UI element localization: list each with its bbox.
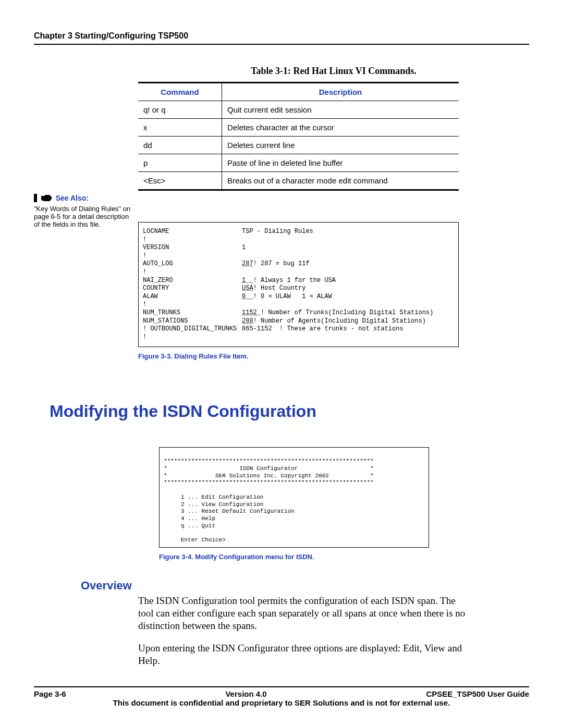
cell-description: Breaks out of a character mode edit comm… xyxy=(222,172,459,190)
code-key: LOCNAME xyxy=(143,228,242,236)
code-val-rest: ! 287 = bug 11f xyxy=(253,260,310,268)
cell-description: Quit current edit session xyxy=(222,101,459,119)
footer-page-number: Page 3-6 xyxy=(34,689,66,698)
overview-paragraph: Upon entering the ISDN Configurator thre… xyxy=(138,642,472,667)
see-also-label: See Also: xyxy=(56,194,89,202)
svg-rect-0 xyxy=(34,194,37,202)
cell-command: p xyxy=(138,154,222,172)
code-key: AUTO_LOG xyxy=(143,260,242,268)
code-key: ! xyxy=(143,334,242,342)
table-row: x Deletes character at the cursor xyxy=(138,119,459,137)
code-val-underlined: 0 xyxy=(242,293,253,301)
footer-guide-title: CPSEE_TSP500 User Guide xyxy=(426,689,529,698)
isdn-menu-item: 4 ... Help xyxy=(164,515,215,522)
cell-command: dd xyxy=(138,137,222,154)
cell-description: Deletes current line xyxy=(222,137,459,154)
code-key: ! OUTBOUND_DIGITAL_TRUNKS xyxy=(143,325,242,334)
code-key: ! xyxy=(143,252,242,261)
table-row: p Paste of line in deleted line buffer xyxy=(138,154,459,172)
chapter-header: Chapter 3 Starting/Configuring TSP500 xyxy=(34,31,529,41)
table-header-description: Description xyxy=(222,83,459,101)
cell-description: Paste of line in deleted line buffer xyxy=(222,154,459,172)
vi-commands-table: Command Description q! or q Quit current… xyxy=(138,82,459,191)
overview-paragraph: The ISDN Configuration tool permits the … xyxy=(138,595,472,632)
footer-version: Version 4.0 xyxy=(225,689,266,698)
isdn-stars: ****************************************… xyxy=(164,479,374,486)
see-also-text: "Key Words of Dialing Rules" on page 6-5… xyxy=(34,205,136,229)
page-footer: Page 3-6 Version 4.0 CPSEE_TSP500 User G… xyxy=(34,686,529,707)
header-rule xyxy=(34,44,529,45)
figure-caption-3-3: Figure 3-3. Dialing Rules File Item. xyxy=(138,352,529,360)
code-val: 865-1152 ! These are trunks - not statio… xyxy=(242,325,403,334)
isdn-menu-item: 3 ... Reset Default Configuration xyxy=(164,508,295,514)
section-heading-isdn: Modifying the ISDN Configuration xyxy=(50,402,529,421)
see-also-block: See Also: "Key Words of Dialing Rules" o… xyxy=(34,193,136,229)
dialing-rules-box: LOCNAMETSP - Dialing Rules ! VERSION1 ! … xyxy=(138,222,459,347)
code-val-underlined: 1 xyxy=(242,277,253,285)
code-key: NAI_ZERO xyxy=(143,277,242,285)
code-val-rest: ! Number of Agents(Including Digital Sta… xyxy=(253,317,426,326)
code-val-rest: ! Always 1 for the USA xyxy=(253,277,336,285)
table-row: dd Deletes current line xyxy=(138,137,459,154)
isdn-stars: ****************************************… xyxy=(164,458,374,464)
table-header-command: Command xyxy=(138,83,222,101)
footer-confidential: This document is confidential and propri… xyxy=(34,698,529,707)
code-val-underlined: 1152 xyxy=(242,309,261,317)
isdn-copyright-line: * SER Solutions Inc. Copyright 2002 * xyxy=(164,473,374,479)
code-val: 1 xyxy=(242,244,246,252)
code-key: ! xyxy=(143,236,242,244)
isdn-menu-box: ****************************************… xyxy=(159,447,429,548)
table-row: <Esc> Breaks out of a character mode edi… xyxy=(138,172,459,190)
isdn-prompt: Enter Choice> xyxy=(164,537,226,543)
code-key: VERSION xyxy=(143,244,242,252)
isdn-title-line: * ISDN Configurator * xyxy=(164,465,374,472)
isdn-menu-item: 1 ... Edit Configuration xyxy=(164,494,263,500)
code-key: NUM_STATIONS xyxy=(143,317,242,326)
cell-command: <Esc> xyxy=(138,172,222,190)
isdn-menu-item: 2 ... View Configuration xyxy=(164,501,263,508)
code-key: ! xyxy=(143,268,242,277)
code-key: ! xyxy=(143,301,242,309)
code-key: ALAW xyxy=(143,293,242,301)
isdn-menu-item: q ... Quit xyxy=(164,523,215,529)
code-val-underlined: 288 xyxy=(242,317,253,326)
code-val-rest: ! 0 = ULAW 1 = ALAW xyxy=(253,293,332,301)
code-key: NUM_TRUNKS xyxy=(143,309,242,317)
table-row: q! or q Quit current edit session xyxy=(138,101,459,119)
cell-description: Deletes character at the cursor xyxy=(222,119,459,137)
cell-command: x xyxy=(138,119,222,137)
code-val: TSP - Dialing Rules xyxy=(242,228,313,236)
cell-command: q! or q xyxy=(138,101,222,119)
code-val-underlined: 287 xyxy=(242,260,253,268)
pointing-hand-icon xyxy=(34,193,54,205)
code-val-rest: ! Number of Trunks(Including Digital Sta… xyxy=(261,309,433,317)
code-val-underlined: USA xyxy=(242,285,253,293)
footer-rule xyxy=(34,686,529,687)
code-val-rest: ! Host Country xyxy=(253,285,306,293)
overview-heading: Overview xyxy=(81,579,529,593)
code-key: COUNTRY xyxy=(143,285,242,293)
table-caption: Table 3-1: Red Hat Linux VI Commands. xyxy=(138,66,529,77)
figure-caption-3-4: Figure 3-4. Modify Configuration menu fo… xyxy=(159,553,529,561)
